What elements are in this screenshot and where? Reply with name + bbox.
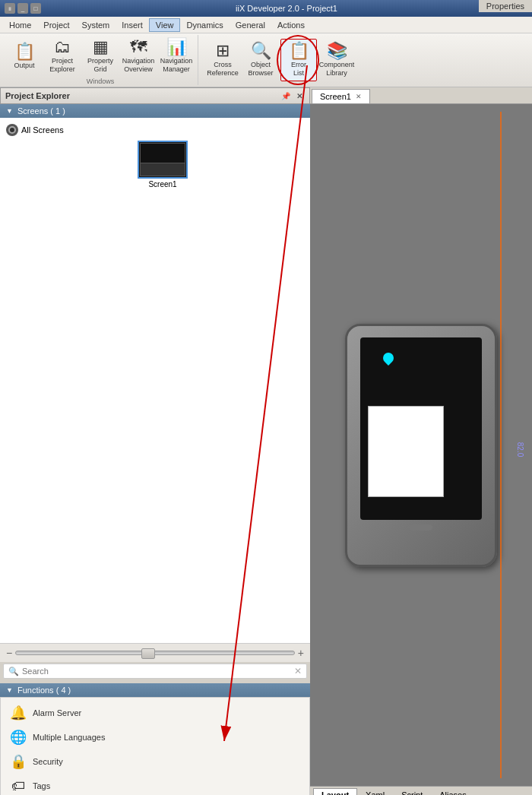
- zoom-slider-track[interactable]: [15, 651, 295, 655]
- canvas-number: 82.0: [516, 442, 524, 456]
- navigation-manager-icon: 📊: [166, 39, 187, 55]
- main-area: Project Explorer 📌 ✕ ▼ Screens ( 1 ) All…: [0, 87, 532, 795]
- project-explorer-button[interactable]: 🗂 ProjectExplorer: [44, 35, 81, 78]
- functions-section: ▼ Functions ( 4 ) 🔔 Alarm Server 🌐 Multi…: [0, 683, 310, 795]
- tab-layout[interactable]: Layout: [313, 788, 357, 795]
- screen1-tab-close[interactable]: ✕: [356, 93, 362, 100]
- panel-close-icon[interactable]: ✕: [294, 90, 305, 101]
- multiple-languages-item[interactable]: 🌐 Multiple Languages: [1, 725, 309, 749]
- output-button[interactable]: 📋 Output: [6, 35, 43, 78]
- security-icon: 🔒: [10, 753, 27, 770]
- navigation-overview-button[interactable]: 🗺 NavigationOverview: [120, 35, 157, 78]
- window-title: iiX Developer 2.0 - Project1: [46, 4, 527, 13]
- search-input[interactable]: [22, 667, 294, 676]
- project-explorer-label: ProjectExplorer: [49, 57, 75, 74]
- object-browser-icon: 🔍: [251, 43, 271, 59]
- multiple-languages-label: Multiple Languages: [33, 733, 105, 742]
- tab-aliases[interactable]: Aliases: [431, 788, 474, 795]
- project-explorer-header: Project Explorer 📌 ✕: [0, 87, 310, 104]
- multiple-languages-icon: 🌐: [10, 729, 27, 746]
- pin-icon[interactable]: 📌: [280, 90, 291, 101]
- navigation-overview-label: NavigationOverview: [122, 57, 155, 74]
- device-cursor-icon: [381, 350, 396, 366]
- navigation-overview-icon: 🗺: [130, 39, 147, 55]
- property-grid-button[interactable]: ▦ PropertyGrid: [82, 35, 119, 78]
- search-icon: 🔍: [8, 667, 19, 676]
- properties-tab[interactable]: Properties: [479, 0, 532, 12]
- tags-icon: 🏷: [10, 778, 27, 794]
- property-grid-label: PropertyGrid: [87, 57, 113, 74]
- device-screen: [360, 337, 482, 520]
- all-screens-row[interactable]: All Screens: [5, 122, 306, 138]
- title-bar-icons: ii _ □: [5, 3, 41, 14]
- cross-reference-icon: ⊞: [216, 43, 230, 59]
- slider-area: − +: [0, 643, 310, 662]
- menu-insert[interactable]: Insert: [116, 19, 149, 31]
- menu-dynamics[interactable]: Dynamics: [180, 19, 229, 31]
- security-item[interactable]: 🔒 Security: [1, 749, 309, 774]
- tab-xaml[interactable]: Xaml: [357, 788, 393, 795]
- error-list-wrapper: 📋 ErrorList: [280, 39, 317, 81]
- functions-arrow-icon: ▼: [6, 686, 13, 694]
- error-list-button[interactable]: 📋 ErrorList: [280, 39, 317, 81]
- functions-section-header[interactable]: ▼ Functions ( 4 ): [0, 683, 310, 697]
- navigation-manager-button[interactable]: 📊 NavigationManager: [158, 35, 195, 78]
- screens-section-label: Screens ( 1 ): [17, 106, 65, 116]
- menu-project[interactable]: Project: [37, 19, 75, 31]
- title-bar: ii _ □ iiX Developer 2.0 - Project1 Prop…: [0, 0, 532, 17]
- canvas-border-line: [500, 112, 502, 778]
- tab-script[interactable]: Script: [393, 788, 431, 795]
- project-explorer-icon: 🗂: [54, 39, 71, 55]
- toolbar: 📋 Output 🗂 ProjectExplorer ▦ PropertyGri…: [0, 33, 532, 87]
- error-list-icon: 📋: [289, 43, 309, 59]
- all-screens-label: All Screens: [21, 125, 64, 135]
- menu-view[interactable]: View: [149, 18, 181, 32]
- object-browser-button[interactable]: 🔍 ObjectBrowser: [242, 39, 279, 81]
- screens-content: All Screens Screen1: [0, 118, 310, 643]
- screen1-thumbnail[interactable]: [138, 141, 188, 179]
- zoom-minus-button[interactable]: −: [6, 647, 12, 659]
- cross-reference-button[interactable]: ⊞ CrossReference: [204, 39, 241, 81]
- menu-general[interactable]: General: [230, 19, 271, 31]
- app-icon[interactable]: ii: [5, 3, 15, 14]
- search-area[interactable]: 🔍 ✕: [3, 664, 307, 679]
- canvas-tab-bar: Screen1 ✕: [310, 87, 532, 104]
- project-explorer-title: Project Explorer: [5, 91, 70, 100]
- device-home-button[interactable]: [410, 524, 432, 531]
- zoom-plus-button[interactable]: +: [298, 647, 304, 659]
- property-grid-icon: ▦: [93, 39, 109, 55]
- navigation-manager-label: NavigationManager: [160, 57, 193, 74]
- functions-section-label: Functions ( 4 ): [17, 686, 71, 695]
- component-library-label: ComponentLibrary: [319, 61, 355, 78]
- bottom-tabs: Layout Xaml Script Aliases: [310, 786, 532, 795]
- screen1-label: Screen1: [148, 180, 176, 188]
- object-browser-label: ObjectBrowser: [248, 61, 273, 78]
- canvas-area[interactable]: 82.0: [310, 104, 532, 786]
- zoom-slider-thumb[interactable]: [141, 648, 155, 659]
- search-clear-icon[interactable]: ✕: [294, 666, 302, 676]
- component-library-button[interactable]: 📚 ComponentLibrary: [318, 39, 355, 81]
- alarm-server-item[interactable]: 🔔 Alarm Server: [1, 701, 309, 725]
- menu-actions[interactable]: Actions: [271, 19, 311, 31]
- error-list-label: ErrorList: [291, 61, 306, 78]
- tags-item[interactable]: 🏷 Tags: [1, 774, 309, 795]
- menu-home[interactable]: Home: [3, 19, 37, 31]
- minimize-icon[interactable]: _: [17, 3, 28, 14]
- screen1-tab[interactable]: Screen1 ✕: [312, 89, 370, 103]
- panel-header-icons: 📌 ✕: [280, 90, 305, 101]
- screen1-inner: [140, 143, 185, 176]
- menu-bar: Home Project System Insert View Dynamics…: [0, 17, 532, 33]
- tags-label: Tags: [33, 781, 50, 790]
- alarm-server-label: Alarm Server: [33, 708, 81, 717]
- output-label: Output: [14, 62, 34, 70]
- menu-system[interactable]: System: [76, 19, 116, 31]
- component-library-icon: 📚: [327, 43, 347, 59]
- restore-icon[interactable]: □: [30, 3, 41, 14]
- all-screens-icon: [6, 124, 18, 136]
- screen1-item[interactable]: Screen1: [20, 141, 306, 188]
- right-panel: Screen1 ✕ 82.0 Layout Xaml Script Aliase…: [310, 87, 532, 795]
- device-screen-content: [368, 406, 444, 497]
- device-mockup: [345, 324, 497, 567]
- screens-section-header[interactable]: ▼ Screens ( 1 ): [0, 104, 310, 118]
- toolbar-group-output: 📋 Output 🗂 ProjectExplorer ▦ PropertyGri…: [3, 35, 198, 85]
